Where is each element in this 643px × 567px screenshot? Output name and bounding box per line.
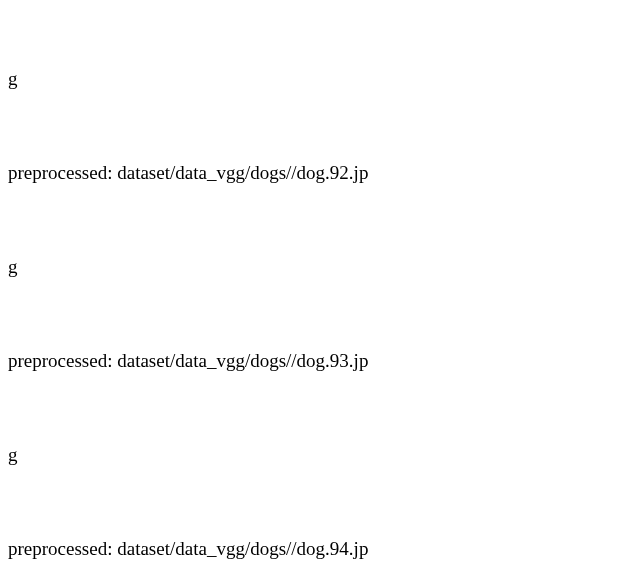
console-line: g <box>8 251 635 282</box>
console-line: preprocessed: dataset/data_vgg/dogs//dog… <box>8 533 635 564</box>
console-line: preprocessed: dataset/data_vgg/dogs//dog… <box>8 345 635 376</box>
console-line: g <box>8 63 635 94</box>
console-output: g preprocessed: dataset/data_vgg/dogs//d… <box>8 0 635 567</box>
console-line: g <box>8 439 635 470</box>
console-line: preprocessed: dataset/data_vgg/dogs//dog… <box>8 157 635 188</box>
